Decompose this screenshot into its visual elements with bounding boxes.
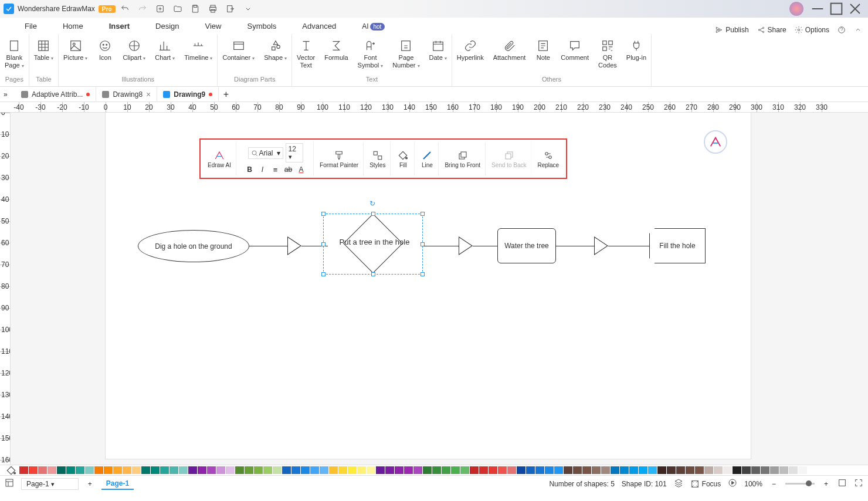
attachment-button[interactable]: Attachment (489, 36, 531, 64)
more-button[interactable] (240, 1, 256, 17)
send-back-button[interactable]: Send to Back (487, 142, 531, 175)
page-layout-icon[interactable] (5, 478, 14, 489)
shape-notch-4[interactable]: Fill the hole (649, 228, 706, 263)
add-page-button[interactable]: + (86, 480, 94, 488)
comment-button[interactable]: Comment (556, 36, 594, 64)
formula-button[interactable]: Formula (320, 36, 352, 64)
color-swatch[interactable] (714, 466, 723, 474)
color-swatch[interactable] (733, 466, 741, 474)
color-swatch[interactable] (460, 466, 469, 474)
close-button[interactable] (846, 1, 864, 17)
color-swatch[interactable] (57, 466, 66, 474)
color-swatch[interactable] (151, 466, 160, 474)
doc-tab-1[interactable]: Drawing8× (96, 87, 157, 102)
strike-button[interactable]: ab (284, 165, 293, 174)
color-swatch[interactable] (779, 466, 788, 474)
color-swatch[interactable] (592, 466, 601, 474)
new-button[interactable] (152, 1, 168, 17)
color-swatch[interactable] (329, 466, 338, 474)
fill-button[interactable]: Fill (392, 142, 415, 175)
tab-ai[interactable]: AIhot (349, 18, 398, 34)
rotate-handle[interactable]: ↻ (369, 199, 378, 208)
color-swatch[interactable] (38, 466, 47, 474)
color-swatch[interactable] (273, 466, 282, 474)
color-swatch[interactable] (357, 466, 366, 474)
color-swatch[interactable] (442, 466, 450, 474)
vector-text-button[interactable]: Vector Text (292, 36, 320, 72)
replace-button[interactable]: Replace (533, 142, 564, 175)
color-swatch[interactable] (507, 466, 516, 474)
color-swatch[interactable] (19, 466, 28, 474)
share-button[interactable]: Share (757, 26, 786, 34)
tab-view[interactable]: View (192, 18, 235, 34)
doc-tab-2[interactable]: Drawing9 (157, 87, 219, 102)
present-button[interactable] (728, 478, 737, 489)
redo-button[interactable] (134, 1, 151, 17)
color-swatch[interactable] (639, 466, 647, 474)
color-swatch[interactable] (667, 466, 676, 474)
color-swatch[interactable] (451, 466, 460, 474)
picture-button[interactable]: Picture ▾ (59, 36, 92, 64)
font-color-button[interactable]: A (297, 165, 306, 174)
zoom-slider[interactable] (785, 483, 815, 485)
add-tab[interactable]: + (219, 89, 233, 100)
color-swatch[interactable] (657, 466, 666, 474)
font-family-select[interactable]: Arial▾ (248, 147, 283, 159)
color-swatch[interactable] (367, 466, 375, 474)
color-swatch[interactable] (686, 466, 694, 474)
doc-tab-0[interactable]: Adaptive Attrib... (15, 87, 96, 102)
shape-rect-3[interactable]: Water the tree (497, 228, 556, 263)
tab-file[interactable]: File (12, 18, 50, 34)
color-swatch[interactable] (245, 466, 253, 474)
undo-button[interactable] (117, 1, 133, 17)
font-size-select[interactable]: 12 ▾ (286, 143, 303, 163)
color-swatch[interactable] (216, 466, 225, 474)
color-swatch[interactable] (235, 466, 244, 474)
color-swatch[interactable] (554, 466, 563, 474)
zoom-in[interactable]: + (822, 480, 830, 488)
color-swatch[interactable] (751, 466, 760, 474)
color-swatch[interactable] (761, 466, 769, 474)
color-swatch[interactable] (489, 466, 497, 474)
color-swatch[interactable] (179, 466, 188, 474)
date-button[interactable]: Date ▾ (425, 36, 452, 64)
color-swatch[interactable] (423, 466, 432, 474)
color-swatch[interactable] (564, 466, 572, 474)
close-tab[interactable]: × (146, 90, 151, 99)
color-swatch[interactable] (85, 466, 94, 474)
color-swatch[interactable] (198, 466, 206, 474)
options-button[interactable]: Options (795, 26, 829, 34)
color-swatch[interactable] (132, 466, 141, 474)
color-swatch[interactable] (479, 466, 488, 474)
color-swatch[interactable] (526, 466, 535, 474)
open-button[interactable] (169, 1, 186, 17)
color-swatch[interactable] (338, 466, 347, 474)
color-swatch[interactable] (188, 466, 197, 474)
connector[interactable] (423, 246, 459, 246)
align-button[interactable]: ≡ (271, 165, 280, 174)
color-swatch[interactable] (395, 466, 404, 474)
color-swatch[interactable] (48, 466, 56, 474)
color-swatch[interactable] (629, 466, 638, 474)
line-button[interactable]: Line (416, 142, 439, 175)
color-swatch[interactable] (517, 466, 525, 474)
plugin-button[interactable]: Plug-in (622, 36, 651, 64)
color-swatch[interactable] (348, 466, 357, 474)
color-swatch[interactable] (789, 466, 798, 474)
tab-symbols[interactable]: Symbols (234, 18, 289, 34)
chart-button[interactable]: Chart ▾ (150, 36, 179, 64)
color-swatch[interactable] (291, 466, 300, 474)
tab-home[interactable]: Home (50, 18, 96, 34)
fill-bucket-icon[interactable] (6, 465, 16, 476)
container-button[interactable]: Container ▾ (218, 36, 259, 64)
color-swatch[interactable] (282, 466, 291, 474)
page-number-button[interactable]: Page Number ▾ (388, 36, 424, 72)
color-swatch[interactable] (573, 466, 582, 474)
color-swatch[interactable] (226, 466, 235, 474)
color-swatch[interactable] (263, 466, 272, 474)
color-swatch[interactable] (535, 466, 544, 474)
color-swatch[interactable] (207, 466, 216, 474)
bold-button[interactable]: B (245, 165, 255, 174)
color-swatch[interactable] (648, 466, 657, 474)
color-swatch[interactable] (723, 466, 732, 474)
